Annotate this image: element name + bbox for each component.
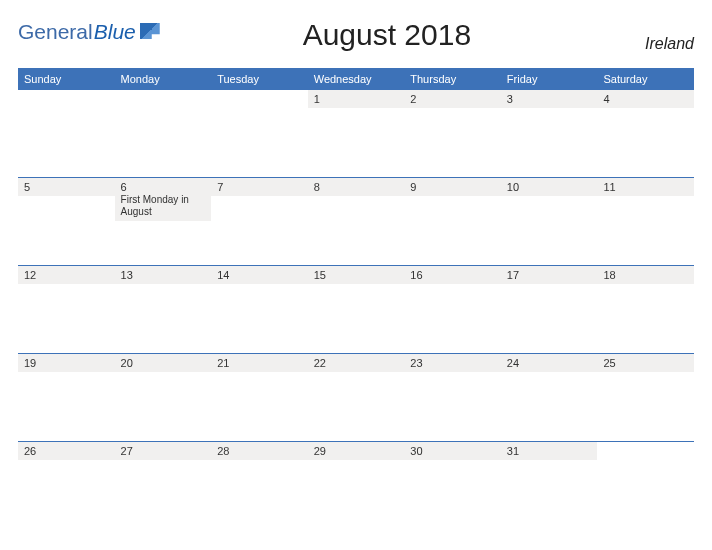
day-header: Thursday [404,69,501,89]
logo: GeneralBlue [18,20,160,44]
day-number: 19 [24,357,109,369]
day-number: 7 [217,181,302,193]
day-number: 10 [507,181,592,193]
day-cell: 13 [115,266,212,353]
day-cell: 11 [597,178,694,265]
day-number: 16 [410,269,495,281]
day-cell: 14 [211,266,308,353]
day-number: 1 [314,93,399,105]
day-number: 18 [603,269,688,281]
day-cell: 18 [597,266,694,353]
day-cell: 29 [308,442,405,529]
day-cell: 23 [404,354,501,441]
day-cell: 17 [501,266,598,353]
day-cell: 6First Monday in August [115,178,212,265]
day-cell: 25 [597,354,694,441]
calendar-grid: SundayMondayTuesdayWednesdayThursdayFrid… [18,68,694,529]
region-label: Ireland [614,35,694,53]
day-cell: 15 [308,266,405,353]
day-number: 6 [121,181,206,193]
day-cell: 12 [18,266,115,353]
day-cell: 24 [501,354,598,441]
day-cell: 9 [404,178,501,265]
day-number: 21 [217,357,302,369]
day-header: Wednesday [308,69,405,89]
day-cell: 16 [404,266,501,353]
logo-text-general: General [18,20,93,43]
day-header: Tuesday [211,69,308,89]
calendar-week: 56First Monday in August7891011 [18,177,694,265]
day-number: 14 [217,269,302,281]
calendar-title: August 2018 [160,18,614,52]
logo-text-blue: Blue [94,20,136,43]
day-cell: 7 [211,178,308,265]
day-cell: 10 [501,178,598,265]
day-number: 20 [121,357,206,369]
day-number: 30 [410,445,495,457]
day-header: Monday [115,69,212,89]
day-number: 15 [314,269,399,281]
day-number: 31 [507,445,592,457]
day-number: 27 [121,445,206,457]
calendar-week: 12131415161718 [18,265,694,353]
day-number: 4 [603,93,688,105]
day-cell: 2 [404,90,501,177]
logo-icon [140,23,160,39]
day-headers-row: SundayMondayTuesdayWednesdayThursdayFrid… [18,68,694,89]
day-number: 5 [24,181,109,193]
calendar-week: 1234 [18,89,694,177]
day-cell [115,90,212,177]
day-cell: 27 [115,442,212,529]
day-cell: 21 [211,354,308,441]
day-number: 11 [603,181,688,193]
day-number: 17 [507,269,592,281]
day-cell: 19 [18,354,115,441]
calendar-week: 262728293031 [18,441,694,529]
day-cell: 31 [501,442,598,529]
day-cell: 30 [404,442,501,529]
day-number: 23 [410,357,495,369]
day-number: 24 [507,357,592,369]
day-cell: 26 [18,442,115,529]
day-cell: 8 [308,178,405,265]
day-cell: 4 [597,90,694,177]
day-cell: 28 [211,442,308,529]
day-cell: 1 [308,90,405,177]
day-number: 25 [603,357,688,369]
day-cell [597,442,694,529]
day-header: Saturday [597,69,694,89]
day-number: 13 [121,269,206,281]
day-number: 9 [410,181,495,193]
day-number: 3 [507,93,592,105]
day-event: First Monday in August [121,194,206,218]
day-header: Friday [501,69,598,89]
day-cell: 5 [18,178,115,265]
day-number: 2 [410,93,495,105]
day-header: Sunday [18,69,115,89]
day-cell: 3 [501,90,598,177]
day-cell [18,90,115,177]
day-cell [211,90,308,177]
day-number: 12 [24,269,109,281]
day-number: 29 [314,445,399,457]
day-number: 28 [217,445,302,457]
calendar-header: GeneralBlue August 2018 Ireland [18,20,694,53]
day-cell: 20 [115,354,212,441]
day-number: 8 [314,181,399,193]
day-cell: 22 [308,354,405,441]
calendar-week: 19202122232425 [18,353,694,441]
day-number: 22 [314,357,399,369]
day-number: 26 [24,445,109,457]
